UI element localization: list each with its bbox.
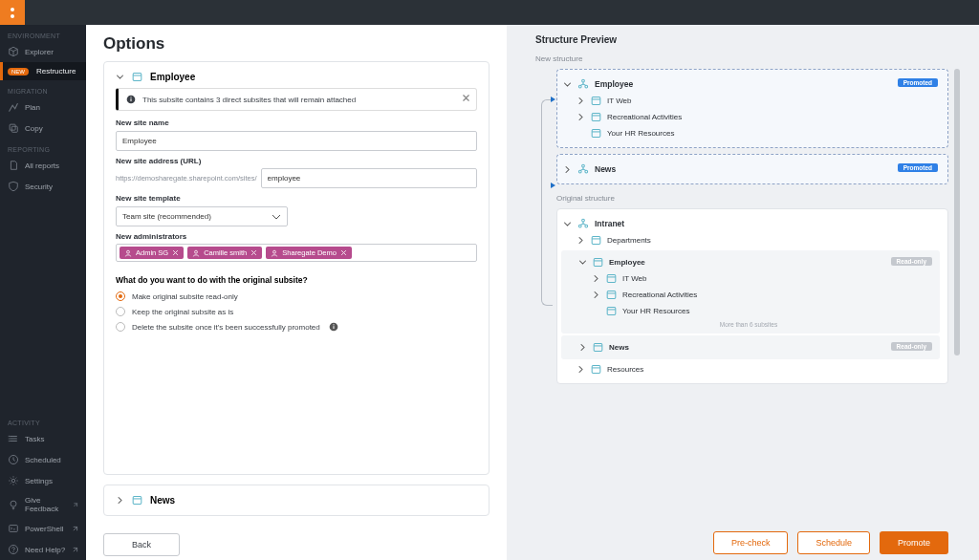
scrollbar[interactable] [954, 69, 960, 355]
admin-chip: Admin SG [120, 247, 184, 259]
site-icon [132, 495, 142, 506]
node-recreational[interactable]: Recreational Activities [575, 109, 940, 125]
sidebar-label: All reports [25, 162, 59, 170]
node-it-web[interactable]: IT Web [575, 93, 940, 109]
site-template-select[interactable]: Team site (recommended) [116, 206, 288, 226]
help-icon [8, 544, 19, 555]
node-news-orig[interactable]: News Read-only [577, 339, 934, 355]
preview-panel: Structure Preview New structure [507, 25, 979, 560]
chip-label: Sharegate Demo [282, 248, 337, 257]
promote-button[interactable]: Promote [880, 531, 948, 554]
site-address-input[interactable] [261, 168, 477, 188]
site-icon [593, 342, 603, 353]
admins-input[interactable]: Admin SG Camille smith Sharegate Demo [116, 244, 477, 262]
node-label: News [609, 343, 629, 352]
radio-icon [116, 322, 125, 332]
label-site-name: New site name [116, 118, 477, 127]
info-icon[interactable] [329, 322, 338, 332]
chip-label: Admin SG [136, 248, 168, 257]
original-subsite-question: What do you want to do with the original… [116, 275, 477, 285]
sidebar-label: Scheduled [25, 456, 61, 464]
node-label: Recreational Activities [607, 113, 682, 121]
sidebar-label: Settings [25, 477, 53, 485]
chevron-down-icon [563, 80, 572, 89]
radio-keep[interactable]: Keep the original subsite as is [116, 304, 477, 319]
node-label: IT Web [607, 97, 632, 105]
node-intranet[interactable]: Intranet [561, 215, 940, 232]
chevron-down-icon [563, 220, 572, 228]
remove-icon[interactable] [250, 249, 257, 256]
sidebar-item-give-feedback[interactable]: Give Feedback [0, 491, 86, 518]
hub-icon [577, 78, 589, 90]
node-resources[interactable]: Resources [575, 361, 940, 377]
node-departments[interactable]: Departments [575, 232, 940, 248]
node-it-web-orig[interactable]: IT Web [590, 270, 934, 287]
node-label: Intranet [595, 219, 624, 228]
site-icon [132, 72, 142, 82]
schedule-button[interactable]: Schedule [797, 531, 870, 554]
connector-lines [535, 69, 556, 522]
site-icon [591, 128, 601, 139]
chevron-right-icon [577, 236, 585, 245]
plan-icon [8, 101, 19, 113]
alert-text: This subsite contains 3 direct subsites … [142, 96, 356, 104]
sidebar-item-explorer[interactable]: Explorer [0, 41, 86, 62]
node-employee-orig[interactable]: Employee Read-only [577, 254, 934, 270]
back-button[interactable]: Back [103, 533, 180, 556]
sidebar-section-reporting: REPORTING [0, 139, 86, 155]
sidebar-label: Plan [25, 103, 40, 112]
sidebar-item-restructure[interactable]: NEW Restructure [0, 62, 86, 80]
footer-actions: Pre-check Schedule Promote [535, 522, 948, 554]
node-hr-orig[interactable]: Your HR Resources [590, 303, 934, 319]
node-label: Employee [595, 79, 633, 89]
node-label: Employee [609, 258, 645, 267]
accordion-title: News [150, 495, 175, 506]
remove-icon[interactable] [172, 249, 179, 256]
accordion-header-employee[interactable]: Employee [116, 72, 477, 82]
external-link-icon [73, 502, 78, 508]
radio-read-only[interactable]: Make original subsite read-only [116, 289, 477, 304]
chevron-right-icon [116, 496, 124, 505]
user-icon [192, 249, 200, 257]
node-hr[interactable]: Your HR Resources [575, 125, 940, 141]
site-name-input[interactable] [116, 131, 477, 151]
accordion-header-news[interactable]: News [116, 495, 477, 506]
sidebar-label: Give Feedback [25, 496, 67, 513]
chip-label: Camille smith [204, 248, 247, 257]
sidebar-item-powershell[interactable]: PowerShell [0, 518, 86, 539]
sidebar-item-copy[interactable]: Copy [0, 118, 86, 139]
hub-icon [577, 163, 589, 175]
info-alert: This subsite contains 3 direct subsites … [116, 88, 477, 111]
readonly-badge: Read-only [891, 342, 932, 351]
sidebar-item-plan[interactable]: Plan [0, 97, 86, 118]
chevron-right-icon [563, 165, 572, 174]
new-structure-heading: New structure [535, 54, 948, 63]
sidebar-label: Security [25, 183, 53, 191]
sidebar-item-scheduled[interactable]: Scheduled [0, 449, 86, 470]
close-icon[interactable] [462, 94, 470, 102]
precheck-button[interactable]: Pre-check [713, 531, 789, 554]
radio-delete[interactable]: Delete the subsite once it's been succes… [116, 319, 477, 334]
node-label: Resources [607, 365, 643, 374]
sidebar-item-settings[interactable]: Settings [0, 470, 86, 491]
sidebar-item-need-help[interactable]: Need Help? [0, 539, 86, 560]
node-recreational-orig[interactable]: Recreational Activities [590, 287, 934, 303]
sidebar-item-security[interactable]: Security [0, 176, 86, 197]
sidebar-label: Explorer [25, 48, 54, 56]
radio-icon [116, 291, 125, 301]
sidebar-label: Need Help? [25, 546, 65, 554]
sidebar-item-tasks[interactable]: Tasks [0, 428, 86, 449]
original-structure-heading: Original structure [556, 194, 948, 203]
node-employee[interactable]: Employee Promoted [561, 75, 940, 93]
radio-label: Make original subsite read-only [132, 292, 238, 301]
remove-icon[interactable] [340, 249, 347, 256]
preview-title: Structure Preview [535, 34, 948, 45]
node-news[interactable]: News Promoted [561, 161, 940, 178]
label-admins: New administrators [116, 232, 477, 241]
original-news-box: News Read-only [561, 335, 940, 359]
node-label: IT Web [622, 274, 647, 283]
admin-chip: Camille smith [187, 247, 262, 259]
more-subsites: More than 6 subsites [563, 319, 934, 330]
site-icon [591, 235, 601, 246]
sidebar-item-all-reports[interactable]: All reports [0, 155, 86, 176]
